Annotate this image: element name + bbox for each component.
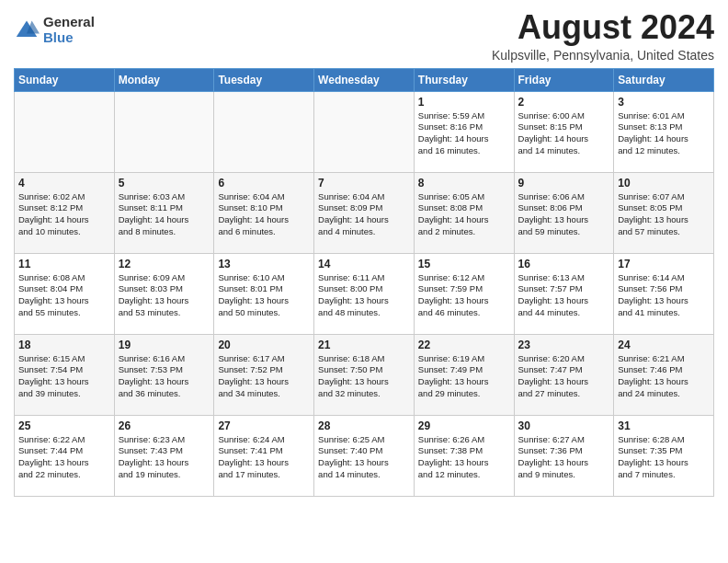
day-info: Sunrise: 6:09 AM Sunset: 8:03 PM Dayligh… [119, 272, 210, 319]
logo: General Blue [14, 15, 95, 45]
day-cell: 12Sunrise: 6:09 AM Sunset: 8:03 PM Dayli… [114, 253, 214, 334]
day-info: Sunrise: 6:13 AM Sunset: 7:57 PM Dayligh… [518, 272, 610, 319]
day-cell: 3Sunrise: 6:01 AM Sunset: 8:13 PM Daylig… [614, 91, 714, 172]
day-cell: 13Sunrise: 6:10 AM Sunset: 8:01 PM Dayli… [214, 253, 314, 334]
day-info: Sunrise: 6:03 AM Sunset: 8:11 PM Dayligh… [119, 191, 210, 238]
day-number: 29 [418, 419, 510, 432]
day-info: Sunrise: 6:28 AM Sunset: 7:35 PM Dayligh… [618, 434, 710, 481]
day-number: 7 [318, 177, 410, 190]
day-cell: 30Sunrise: 6:27 AM Sunset: 7:36 PM Dayli… [514, 415, 614, 496]
day-number: 17 [618, 258, 710, 270]
day-number: 26 [119, 419, 210, 432]
day-cell: 21Sunrise: 6:18 AM Sunset: 7:50 PM Dayli… [314, 334, 415, 415]
col-header-monday: Monday [114, 68, 214, 91]
day-number: 5 [119, 177, 210, 190]
day-cell: 14Sunrise: 6:11 AM Sunset: 8:00 PM Dayli… [314, 253, 415, 334]
day-number: 15 [418, 258, 510, 270]
day-number: 12 [119, 258, 210, 270]
day-info: Sunrise: 6:20 AM Sunset: 7:47 PM Dayligh… [518, 353, 610, 400]
day-number: 10 [618, 177, 710, 190]
day-number: 28 [318, 419, 410, 432]
day-cell: 1Sunrise: 5:59 AM Sunset: 8:16 PM Daylig… [414, 91, 514, 172]
day-cell: 8Sunrise: 6:05 AM Sunset: 8:08 PM Daylig… [414, 172, 514, 253]
calendar-body: 1Sunrise: 5:59 AM Sunset: 8:16 PM Daylig… [15, 91, 714, 496]
month-year: August 2024 [492, 9, 714, 46]
week-row-2: 4Sunrise: 6:02 AM Sunset: 8:12 PM Daylig… [15, 172, 714, 253]
day-info: Sunrise: 6:19 AM Sunset: 7:49 PM Dayligh… [418, 353, 510, 400]
day-info: Sunrise: 6:27 AM Sunset: 7:36 PM Dayligh… [518, 434, 610, 481]
day-cell: 7Sunrise: 6:04 AM Sunset: 8:09 PM Daylig… [314, 172, 415, 253]
col-header-wednesday: Wednesday [314, 68, 415, 91]
day-info: Sunrise: 6:24 AM Sunset: 7:41 PM Dayligh… [218, 434, 310, 481]
day-number: 2 [518, 96, 610, 109]
location: Kulpsville, Pennsylvania, United States [492, 48, 714, 63]
day-info: Sunrise: 6:10 AM Sunset: 8:01 PM Dayligh… [218, 272, 310, 319]
day-cell: 22Sunrise: 6:19 AM Sunset: 7:49 PM Dayli… [414, 334, 514, 415]
day-cell: 9Sunrise: 6:06 AM Sunset: 8:06 PM Daylig… [514, 172, 614, 253]
day-number: 23 [518, 339, 610, 351]
day-info: Sunrise: 6:04 AM Sunset: 8:09 PM Dayligh… [318, 191, 410, 238]
day-number: 30 [518, 419, 610, 432]
day-cell: 6Sunrise: 6:04 AM Sunset: 8:10 PM Daylig… [214, 172, 314, 253]
day-number: 24 [618, 339, 710, 351]
day-info: Sunrise: 6:17 AM Sunset: 7:52 PM Dayligh… [218, 353, 310, 400]
day-info: Sunrise: 6:21 AM Sunset: 7:46 PM Dayligh… [618, 353, 710, 400]
day-cell: 17Sunrise: 6:14 AM Sunset: 7:56 PM Dayli… [614, 253, 714, 334]
day-number: 27 [218, 419, 310, 432]
day-info: Sunrise: 6:05 AM Sunset: 8:08 PM Dayligh… [418, 191, 510, 238]
day-number: 11 [18, 258, 110, 270]
day-cell [314, 91, 415, 172]
day-cell: 18Sunrise: 6:15 AM Sunset: 7:54 PM Dayli… [15, 334, 115, 415]
day-info: Sunrise: 6:16 AM Sunset: 7:53 PM Dayligh… [119, 353, 210, 400]
day-cell: 29Sunrise: 6:26 AM Sunset: 7:38 PM Dayli… [414, 415, 514, 496]
calendar-table: SundayMondayTuesdayWednesdayThursdayFrid… [14, 68, 714, 497]
day-cell: 4Sunrise: 6:02 AM Sunset: 8:12 PM Daylig… [15, 172, 115, 253]
day-cell: 25Sunrise: 6:22 AM Sunset: 7:44 PM Dayli… [15, 415, 115, 496]
day-info: Sunrise: 6:14 AM Sunset: 7:56 PM Dayligh… [618, 272, 710, 319]
day-info: Sunrise: 6:06 AM Sunset: 8:06 PM Dayligh… [518, 191, 610, 238]
day-number: 19 [119, 339, 210, 351]
week-row-4: 18Sunrise: 6:15 AM Sunset: 7:54 PM Dayli… [15, 334, 714, 415]
col-header-thursday: Thursday [414, 68, 514, 91]
day-cell [15, 91, 115, 172]
day-cell: 24Sunrise: 6:21 AM Sunset: 7:46 PM Dayli… [614, 334, 714, 415]
day-cell: 2Sunrise: 6:00 AM Sunset: 8:15 PM Daylig… [514, 91, 614, 172]
day-info: Sunrise: 6:02 AM Sunset: 8:12 PM Dayligh… [18, 191, 110, 238]
week-row-5: 25Sunrise: 6:22 AM Sunset: 7:44 PM Dayli… [15, 415, 714, 496]
day-number: 14 [318, 258, 410, 270]
col-header-saturday: Saturday [614, 68, 714, 91]
day-cell: 10Sunrise: 6:07 AM Sunset: 8:05 PM Dayli… [614, 172, 714, 253]
day-number: 22 [418, 339, 510, 351]
day-number: 31 [618, 419, 710, 432]
day-info: Sunrise: 6:15 AM Sunset: 7:54 PM Dayligh… [18, 353, 110, 400]
col-header-tuesday: Tuesday [214, 68, 314, 91]
day-number: 9 [518, 177, 610, 190]
day-number: 3 [618, 96, 710, 109]
day-cell: 28Sunrise: 6:25 AM Sunset: 7:40 PM Dayli… [314, 415, 415, 496]
logo-general-text: General [43, 15, 95, 30]
day-cell: 16Sunrise: 6:13 AM Sunset: 7:57 PM Dayli… [514, 253, 614, 334]
day-number: 21 [318, 339, 410, 351]
logo-icon [14, 17, 40, 43]
col-header-friday: Friday [514, 68, 614, 91]
day-info: Sunrise: 6:04 AM Sunset: 8:10 PM Dayligh… [218, 191, 310, 238]
day-cell: 15Sunrise: 6:12 AM Sunset: 7:59 PM Dayli… [414, 253, 514, 334]
day-cell: 20Sunrise: 6:17 AM Sunset: 7:52 PM Dayli… [214, 334, 314, 415]
day-info: Sunrise: 6:00 AM Sunset: 8:15 PM Dayligh… [518, 110, 610, 157]
day-number: 6 [218, 177, 310, 190]
day-cell: 23Sunrise: 6:20 AM Sunset: 7:47 PM Dayli… [514, 334, 614, 415]
day-cell: 31Sunrise: 6:28 AM Sunset: 7:35 PM Dayli… [614, 415, 714, 496]
logo-blue-text: Blue [43, 30, 95, 46]
day-info: Sunrise: 6:12 AM Sunset: 7:59 PM Dayligh… [418, 272, 510, 319]
day-info: Sunrise: 6:18 AM Sunset: 7:50 PM Dayligh… [318, 353, 410, 400]
day-cell: 19Sunrise: 6:16 AM Sunset: 7:53 PM Dayli… [114, 334, 214, 415]
day-info: Sunrise: 6:23 AM Sunset: 7:43 PM Dayligh… [119, 434, 210, 481]
week-row-3: 11Sunrise: 6:08 AM Sunset: 8:04 PM Dayli… [15, 253, 714, 334]
day-info: Sunrise: 6:25 AM Sunset: 7:40 PM Dayligh… [318, 434, 410, 481]
day-info: Sunrise: 6:01 AM Sunset: 8:13 PM Dayligh… [618, 110, 710, 157]
day-cell: 5Sunrise: 6:03 AM Sunset: 8:11 PM Daylig… [114, 172, 214, 253]
day-cell [114, 91, 214, 172]
day-number: 18 [18, 339, 110, 351]
day-cell: 26Sunrise: 6:23 AM Sunset: 7:43 PM Dayli… [114, 415, 214, 496]
day-cell: 11Sunrise: 6:08 AM Sunset: 8:04 PM Dayli… [15, 253, 115, 334]
